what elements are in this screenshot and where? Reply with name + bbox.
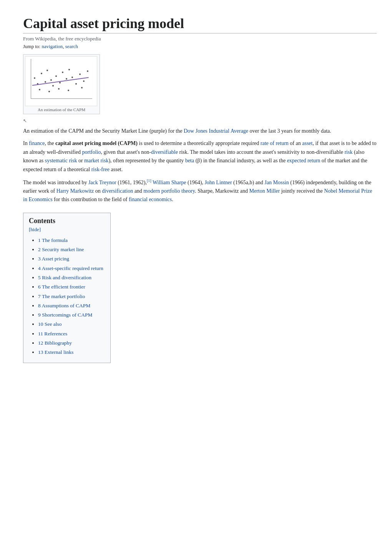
toc-item-11[interactable]: 11 References [38,331,67,337]
expand-icon[interactable]: ↖ [23,118,377,124]
contents-box: Contents [hide] 1 The formula 2 Security… [23,213,111,363]
list-item: 1 The formula [38,236,103,245]
financial-economics-link[interactable]: financial economics [129,197,172,202]
jack-treynor-link[interactable]: Jack Treynor [88,180,116,185]
list-item: 12 Bibliography [38,338,103,348]
harry-markowitz-link[interactable]: Harry Markowitz [56,188,94,194]
jan-mossin-link[interactable]: Jan Mossin [264,180,289,185]
list-item: 8 Assumptions of CAPM [38,301,103,310]
list-item: 10 See also [38,320,103,329]
contents-list: 1 The formula 2 Security market line 3 A… [29,236,103,357]
toc-item-7[interactable]: 7 The market portfolio [38,293,85,299]
chart-figure: An estimation of the CAPM [23,54,100,114]
risk-free-link[interactable]: risk-free [91,167,110,172]
risk-link[interactable]: risk [344,149,352,155]
jump-to-label: Jump to: [23,43,40,49]
merton-miller-link[interactable]: Merton Miller [249,188,280,194]
chart-caption: An estimation of the CAPM [25,106,98,112]
toc-item-5[interactable]: 5 Risk and diversification [38,275,91,280]
dow-jones-link[interactable]: Dow Jones Industrial Average [184,128,248,134]
contents-hide: [hide] [29,227,103,233]
toc-item-6[interactable]: 6 The efficient frontier [38,284,85,290]
toc-item-13[interactable]: 13 External links [38,349,73,355]
list-item: 2 Security market line [38,245,103,254]
toc-item-8[interactable]: 8 Assumptions of CAPM [38,303,90,308]
navigation-link[interactable]: navigation [42,43,63,49]
list-item: 4 Asset-specific required return [38,264,103,273]
finance-link[interactable]: finance [29,140,45,146]
page-title: Capital asset pricing model [23,15,377,33]
list-item: 7 The market portfolio [38,292,103,301]
contents-hide-link[interactable]: [hide] [29,227,41,232]
toc-item-1[interactable]: 1 The formula [38,237,68,243]
diversification-link[interactable]: diversification [102,188,133,194]
modern-portfolio-theory-link[interactable]: modern portfolio theory [143,188,195,194]
toc-item-3[interactable]: 3 Asset pricing [38,256,69,262]
market-risk-link[interactable]: market risk [84,158,108,163]
image-caption-paragraph: An estimation of the CAPM and the Securi… [23,127,377,135]
source-label: From Wikipedia, the free encyclopedia [23,36,377,42]
rate-of-return-link[interactable]: rate of return [261,140,289,146]
jump-to-nav: Jump to: navigation, search [23,43,377,50]
chart-area [25,56,97,106]
diversifiable-link[interactable]: diversifiable [151,149,178,155]
john-lintner-link[interactable]: John Lintner [204,180,232,185]
systematic-risk-link[interactable]: systematic risk [45,158,77,163]
toc-item-12[interactable]: 12 Bibliography [38,340,72,346]
intro-paragraph-2: The model was introduced by Jack Treynor… [23,178,377,204]
list-item: 5 Risk and diversification [38,273,103,282]
intro-paragraph-1: In finance, the capital asset pricing mo… [23,139,377,174]
toc-item-4[interactable]: 4 Asset-specific required return [38,265,103,271]
contents-title: Contents [29,217,103,225]
list-item: 9 Shortcomings of CAPM [38,310,103,320]
expected-return-link[interactable]: expected return [287,158,321,163]
toc-item-10[interactable]: 10 See also [38,321,62,327]
asset-link[interactable]: asset [302,140,312,146]
portfolio-link[interactable]: portfolio [82,149,101,155]
toc-item-2[interactable]: 2 Security market line [38,247,84,252]
toc-item-9[interactable]: 9 Shortcomings of CAPM [38,312,92,318]
search-link[interactable]: search [65,43,78,49]
beta-link[interactable]: beta [185,158,194,163]
cite-1-link[interactable]: [1] [147,178,151,183]
list-item: 6 The efficient frontier [38,282,103,292]
william-sharpe-link[interactable]: William Sharpe [153,180,186,185]
list-item: 3 Asset pricing [38,254,103,263]
list-item: 11 References [38,329,103,338]
list-item: 13 External links [38,348,103,357]
